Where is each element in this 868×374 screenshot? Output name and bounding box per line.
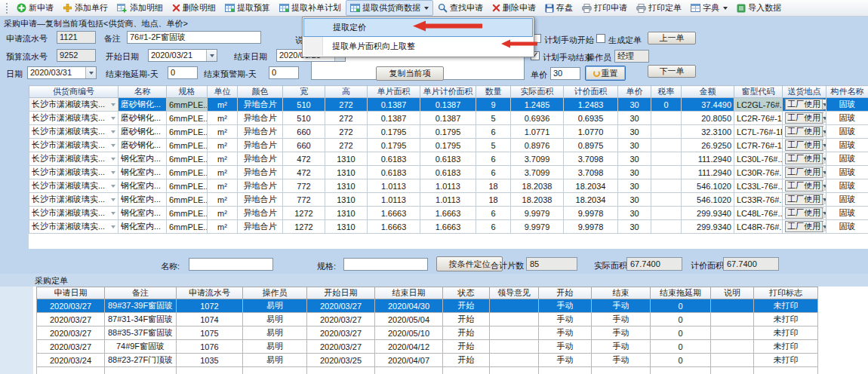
table-row[interactable] bbox=[37, 367, 818, 374]
orders-grid-cell[interactable]: 74#9F窗固玻 bbox=[105, 340, 177, 354]
grid-cell[interactable]: 1310 bbox=[325, 166, 368, 179]
grid-cell[interactable]: 20.8050 bbox=[682, 112, 734, 125]
grid-cell[interactable]: 6 bbox=[476, 166, 511, 179]
grid-cell[interactable]: 30 bbox=[618, 193, 651, 207]
grid-cell[interactable] bbox=[651, 179, 682, 193]
delivery-combo-cell[interactable]: 工厂使用 bbox=[783, 112, 826, 125]
orders-grid-cell[interactable] bbox=[711, 354, 754, 367]
delivery-combo-cell[interactable]: 工厂使用 bbox=[783, 139, 826, 152]
orders-grid-cell[interactable]: 0 bbox=[651, 326, 711, 340]
orders-grid-cell[interactable]: 开始 bbox=[443, 313, 490, 326]
delivery-combo-cell[interactable]: 工厂使用 bbox=[783, 207, 826, 220]
delivery-combo-cell[interactable]: 工厂使用 bbox=[783, 98, 826, 112]
grid-cell[interactable]: 钢化室内... bbox=[119, 220, 167, 234]
chevron-down-icon[interactable] bbox=[822, 140, 826, 150]
grid-cell[interactable]: 9.9978 bbox=[564, 220, 618, 234]
orders-grid-cell[interactable]: 手动 bbox=[539, 313, 592, 326]
grid-cell[interactable]: 0.6183 bbox=[420, 152, 476, 166]
orders-grid-cell[interactable]: 0 bbox=[651, 313, 711, 326]
orders-grid-cell[interactable]: 1074 bbox=[177, 313, 243, 326]
grid-cell[interactable]: 5 bbox=[476, 139, 511, 152]
table-row[interactable]: 长沙市潇湘玻璃实...钢化室内...6mmPLE...m²异地合片1272131… bbox=[29, 220, 868, 234]
grid-cell[interactable]: 6mmPLE... bbox=[167, 179, 208, 193]
orders-grid-cell[interactable]: 未打印 bbox=[754, 313, 818, 326]
operator-field[interactable]: 经理 bbox=[614, 50, 649, 63]
chevron-down-icon[interactable] bbox=[822, 100, 826, 109]
supplier-combo-cell[interactable]: 长沙市潇湘玻璃实... bbox=[29, 139, 119, 152]
grid-cell[interactable]: 异地合片 bbox=[238, 125, 283, 139]
table-row[interactable]: 长沙市潇湘玻璃实...钢化室内...6mmPLE...m²异地合片4721310… bbox=[29, 152, 868, 166]
grid-cell[interactable] bbox=[651, 112, 682, 125]
grid-cell[interactable]: 6mmPLE... bbox=[167, 112, 208, 125]
table-row[interactable]: 2020/03/2488#23-27F门顶玻1035易明2020/03/2520… bbox=[37, 354, 818, 367]
grid-cell[interactable]: 0.1795 bbox=[420, 139, 476, 152]
grid-cell[interactable]: 固玻 bbox=[826, 207, 868, 220]
grid-cell[interactable]: 6mmPLE... bbox=[167, 166, 208, 179]
orders-grid-cell[interactable]: 2020/04/12 bbox=[375, 340, 443, 354]
grid-cell[interactable]: 0.6935 bbox=[564, 112, 618, 125]
grid-cell[interactable]: 9.9979 bbox=[511, 220, 564, 234]
grid-cell[interactable]: 固玻 bbox=[826, 193, 868, 207]
grid-cell[interactable]: 30 bbox=[618, 207, 651, 220]
grid-cell[interactable]: 6mmPLE... bbox=[167, 220, 208, 234]
grid-cell[interactable]: m² bbox=[208, 112, 238, 125]
grid-cell[interactable]: 18.2038 bbox=[511, 193, 564, 207]
import-data-button[interactable]: 导入数据 bbox=[732, 0, 786, 16]
grid-cell[interactable]: 异地合片 bbox=[238, 207, 283, 220]
print-request-button[interactable]: 打印申请 bbox=[577, 0, 632, 16]
orders-grid-cell[interactable] bbox=[754, 367, 818, 374]
grid-cell[interactable]: 18 bbox=[476, 179, 511, 193]
grid-cell[interactable]: 546.1020 bbox=[682, 179, 734, 193]
orders-grid-cell[interactable]: 2020/03/27 bbox=[37, 326, 105, 340]
grid-cell[interactable]: 772 bbox=[283, 193, 325, 207]
supplier-combo-cell[interactable]: 长沙市潇湘玻璃实... bbox=[29, 166, 119, 179]
grid-cell[interactable]: 0.6183 bbox=[420, 166, 476, 179]
grid-cell[interactable]: 0.1795 bbox=[420, 125, 476, 139]
grid-cell[interactable]: m² bbox=[208, 139, 238, 152]
orders-grid-cell[interactable] bbox=[490, 340, 539, 354]
orders-grid-cell[interactable]: 0 bbox=[651, 299, 711, 313]
chevron-down-icon[interactable] bbox=[111, 130, 115, 133]
extract-supplement-button[interactable]: 提取补单计划 bbox=[275, 0, 346, 16]
grid-cell[interactable]: 6mmPLE... bbox=[167, 98, 208, 112]
grid-cell[interactable]: 磨砂钢化... bbox=[119, 125, 167, 139]
grid-cell[interactable]: 111.2940 bbox=[682, 152, 734, 166]
chevron-down-icon[interactable] bbox=[822, 154, 826, 164]
orders-grid-cell[interactable]: 2020/03/24 bbox=[37, 354, 105, 367]
orders-grid-cell[interactable] bbox=[651, 367, 711, 374]
grid-cell[interactable]: 0.6936 bbox=[511, 112, 564, 125]
orders-grid-cell[interactable]: 易明 bbox=[243, 326, 307, 340]
grid-cell[interactable]: LC33R-76#... bbox=[734, 193, 783, 207]
chevron-down-icon[interactable] bbox=[111, 225, 115, 228]
date-picker[interactable]: 2020/03/31 bbox=[27, 66, 97, 79]
table-row[interactable]: 长沙市潇湘玻璃实...磨砂钢化...6mmPLE...m²异地合片5102720… bbox=[29, 112, 868, 125]
grid-cell[interactable]: 异地合片 bbox=[238, 152, 283, 166]
grid-cell[interactable] bbox=[651, 193, 682, 207]
orders-grid-cell[interactable] bbox=[490, 299, 539, 313]
orders-grid-cell[interactable]: 未打印 bbox=[754, 326, 818, 340]
grid-cell[interactable]: 9.9978 bbox=[564, 207, 618, 220]
grid-cell[interactable]: 1.6663 bbox=[420, 207, 476, 220]
table-row[interactable]: 长沙市潇湘玻璃实...磨砂钢化...6mmPLE...m²异地合片6602720… bbox=[29, 139, 868, 152]
chevron-down-icon[interactable] bbox=[111, 185, 115, 188]
grid-cell[interactable]: m² bbox=[208, 207, 238, 220]
orders-grid-cell[interactable]: 易明 bbox=[243, 299, 307, 313]
supplier-combo-cell[interactable]: 长沙市潇湘玻璃实... bbox=[29, 112, 119, 125]
grid-cell[interactable]: 1310 bbox=[325, 207, 368, 220]
grid-cell[interactable]: 1.6663 bbox=[420, 220, 476, 234]
unit-price-field[interactable]: 30 bbox=[550, 67, 580, 80]
grid-cell[interactable]: LC48R-76#... bbox=[734, 220, 783, 234]
grid-cell[interactable]: 磨砂钢化... bbox=[119, 112, 167, 125]
supplier-combo-cell[interactable]: 长沙市潇湘玻璃实... bbox=[29, 98, 119, 112]
orders-grid-cell[interactable]: 2020/04/07 bbox=[375, 354, 443, 367]
grid-cell[interactable]: 3.7099 bbox=[511, 166, 564, 179]
grid-cell[interactable]: 6 bbox=[476, 207, 511, 220]
grid-cell[interactable]: 0.1387 bbox=[420, 112, 476, 125]
grid-cell[interactable]: m² bbox=[208, 220, 238, 234]
orders-grid-cell[interactable] bbox=[490, 354, 539, 367]
grid-cell[interactable]: 固玻 bbox=[826, 220, 868, 234]
orders-grid-cell[interactable]: 2020/03/27 bbox=[37, 340, 105, 354]
grid-cell[interactable]: 6 bbox=[476, 125, 511, 139]
supplier-combo-cell[interactable]: 长沙市潇湘玻璃实... bbox=[29, 220, 119, 234]
grid-cell[interactable]: 1.2483 bbox=[564, 98, 618, 112]
